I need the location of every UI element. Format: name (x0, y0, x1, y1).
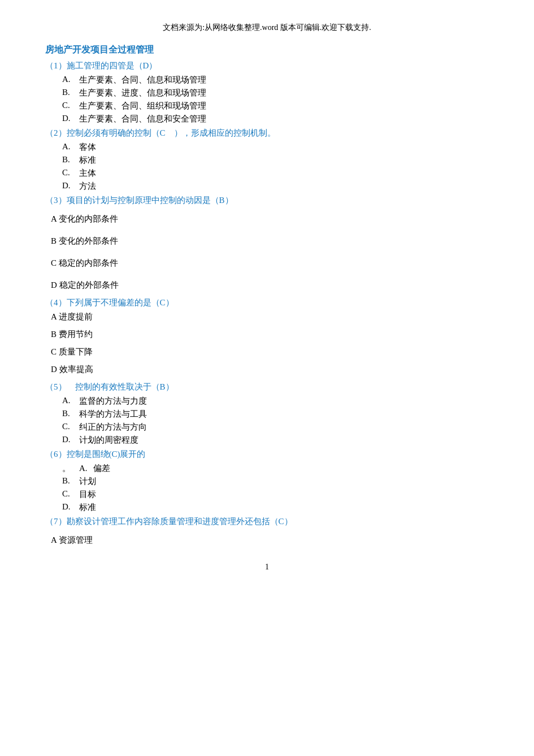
q4-option-b-text: 费用节约 (59, 330, 93, 339)
q6-option-b-text: 计划 (79, 476, 96, 487)
q6-option-a-label: 。 A. (62, 463, 88, 474)
question-2: （2）控制必须有明确的控制（C ），形成相应的控制机制。 (45, 128, 489, 139)
q5-option-c-text: 纠正的方法与方向 (79, 422, 147, 433)
question-4: （4）下列属于不理偏差的是（C） (45, 297, 489, 308)
q6-option-a: 。 A. 偏差 (62, 463, 489, 474)
q6-option-c-text: 目标 (79, 489, 96, 500)
q4-option-c-prefix: C (51, 347, 59, 356)
q5-option-b-text: 科学的方法与工具 (79, 409, 147, 420)
q3-option-c-prefix: C (51, 258, 59, 267)
q2-option-b-text: 标准 (79, 155, 96, 166)
q1-option-b-text: 生产要素、进度、信息和现场管理 (79, 88, 206, 98)
q6-option-d: D. 标准 (62, 502, 489, 513)
q6-option-a-text: 偏差 (93, 463, 110, 474)
q6-option-b-label: B. (62, 476, 73, 487)
q5-option-a-label: A. (62, 396, 73, 407)
q3-option-b: B 变化的外部条件 (51, 236, 489, 247)
q3-option-c-text: 稳定的内部条件 (59, 258, 118, 267)
q1-option-d: D. 生产要素、合同、信息和安全管理 (62, 114, 489, 124)
q2-option-a-label: A. (62, 142, 73, 153)
document-title: 房地产开发项目全过程管理 (45, 44, 489, 56)
q3-option-a-text: 变化的内部条件 (59, 214, 118, 223)
q2-option-b-label: B. (62, 155, 73, 166)
q2-option-c: C. 主体 (62, 168, 489, 179)
q6-option-c-label: C. (62, 489, 73, 500)
question-1: （1）施工管理的四管是（D） (45, 61, 489, 71)
q4-option-c-text: 质量下降 (59, 347, 93, 356)
q1-option-a: A. 生产要素、合同、信息和现场管理 (62, 75, 489, 85)
page-number: 1 (45, 563, 489, 572)
q5-option-b: B. 科学的方法与工具 (62, 409, 489, 420)
q6-option-c: C. 目标 (62, 489, 489, 500)
q5-option-a-text: 监督的方法与力度 (79, 396, 147, 407)
q3-option-d: D 稳定的外部条件 (51, 280, 489, 291)
q2-option-a-text: 客体 (79, 142, 96, 153)
q5-option-d: D. 计划的周密程度 (62, 435, 489, 446)
q2-option-d-label: D. (62, 181, 73, 192)
q4-option-d-text: 效率提高 (59, 365, 93, 374)
q1-option-b: B. 生产要素、进度、信息和现场管理 (62, 88, 489, 98)
q3-option-b-prefix: B (51, 236, 59, 245)
q3-option-c: C 稳定的内部条件 (51, 258, 489, 269)
q3-option-d-text: 稳定的外部条件 (59, 280, 119, 290)
q2-option-c-text: 主体 (79, 168, 96, 179)
q4-option-a-text: 进度提前 (59, 312, 93, 321)
q2-option-b: B. 标准 (62, 155, 489, 166)
question-6: （6）控制是围绕(C)展开的 (45, 449, 489, 460)
q5-option-c: C. 纠正的方法与方向 (62, 422, 489, 433)
question-3: （3）项目的计划与控制原理中控制的动因是（B） (45, 195, 489, 206)
q7-option-a: A 资源管理 (51, 535, 489, 546)
q4-option-b-prefix: B (51, 330, 59, 339)
header-note: 文档来源为:从网络收集整理.word 版本可编辑.欢迎下载支持. (45, 23, 489, 33)
q1-option-a-text: 生产要素、合同、信息和现场管理 (79, 75, 206, 85)
q1-option-d-text: 生产要素、合同、信息和安全管理 (79, 114, 206, 124)
q7-option-a-prefix: A (51, 535, 59, 545)
q1-option-d-label: D. (62, 114, 73, 124)
q5-option-d-text: 计划的周密程度 (79, 435, 138, 446)
q1-option-c: C. 生产要素、合同、组织和现场管理 (62, 101, 489, 111)
q3-option-b-text: 变化的外部条件 (59, 236, 118, 245)
q4-option-a-prefix: A (51, 312, 59, 321)
q2-option-d: D. 方法 (62, 181, 489, 192)
q5-option-b-label: B. (62, 409, 73, 420)
q6-option-b: B. 计划 (62, 476, 489, 487)
q4-option-c: C 质量下降 (51, 347, 489, 357)
q1-option-c-text: 生产要素、合同、组织和现场管理 (79, 101, 206, 111)
q6-option-d-text: 标准 (79, 502, 96, 513)
q1-option-b-label: B. (62, 88, 73, 98)
question-7: （7）勘察设计管理工作内容除质量管理和进度管理外还包括（C） (45, 516, 489, 527)
question-5: （5） 控制的有效性取决于（B） (45, 382, 489, 392)
q4-option-b: B 费用节约 (51, 329, 489, 340)
q3-option-a: A 变化的内部条件 (51, 214, 489, 224)
q4-option-d: D 效率提高 (51, 364, 489, 375)
q5-option-a: A. 监督的方法与力度 (62, 396, 489, 407)
q2-option-a: A. 客体 (62, 142, 489, 153)
q2-option-c-label: C. (62, 168, 73, 179)
q6-option-d-label: D. (62, 502, 73, 513)
q5-option-c-label: C. (62, 422, 73, 433)
q5-option-d-label: D. (62, 435, 73, 446)
q3-option-a-prefix: A (51, 214, 59, 223)
q1-option-a-label: A. (62, 75, 73, 85)
q1-option-c-label: C. (62, 101, 73, 111)
q4-option-a: A 进度提前 (51, 312, 489, 322)
q4-option-d-prefix: D (51, 365, 59, 374)
q2-option-d-text: 方法 (79, 181, 96, 192)
q3-option-d-prefix: D (51, 280, 59, 290)
q7-option-a-text: 资源管理 (59, 535, 93, 545)
